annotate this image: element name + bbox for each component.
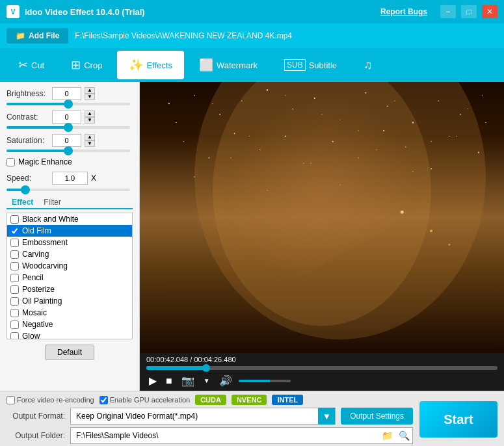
file-path-display: F:\Files\Sample Videos\AWAKENING NEW ZEA… bbox=[75, 31, 292, 40]
effect-embossment[interactable]: Embossment bbox=[7, 237, 132, 248]
gpu-acceleration-checkbox[interactable] bbox=[99, 396, 108, 404]
saturation-down[interactable]: ▼ bbox=[85, 140, 95, 147]
effect-oil-painting-label: Oil Painting bbox=[22, 296, 62, 306]
effect-negative[interactable]: Negative bbox=[7, 319, 132, 330]
speed-input[interactable] bbox=[52, 172, 88, 185]
output-settings-button[interactable]: Output Settings bbox=[341, 408, 413, 425]
effect-mosaic-checkbox[interactable] bbox=[10, 309, 19, 317]
filter-tab[interactable]: Filter bbox=[38, 196, 66, 208]
tab-cut[interactable]: ✂ Cut bbox=[7, 51, 56, 79]
contrast-thumb[interactable] bbox=[64, 123, 73, 132]
effect-old-film-checkbox[interactable] bbox=[10, 227, 19, 235]
brightness-down[interactable]: ▼ bbox=[85, 94, 95, 100]
speed-slider[interactable] bbox=[7, 189, 130, 191]
effect-woodcarving-checkbox[interactable] bbox=[10, 262, 19, 270]
cuda-badge[interactable]: CUDA bbox=[195, 395, 226, 405]
progress-bar[interactable] bbox=[146, 366, 497, 370]
speed-unit-label: X bbox=[91, 174, 96, 183]
speed-thumb[interactable] bbox=[21, 185, 30, 194]
brightness-up[interactable]: ▲ bbox=[85, 87, 95, 94]
brightness-input[interactable] bbox=[52, 87, 81, 100]
stop-button[interactable]: ■ bbox=[163, 374, 175, 388]
effect-embossment-checkbox[interactable] bbox=[10, 239, 19, 247]
svg-point-29 bbox=[401, 211, 404, 214]
saturation-input[interactable] bbox=[52, 134, 81, 147]
tab-watermark[interactable]: ⬜ Watermark bbox=[187, 51, 269, 79]
effect-posterize-checkbox[interactable] bbox=[10, 285, 19, 294]
tab-effects[interactable]: ✨ Effects bbox=[117, 51, 184, 79]
svg-point-13 bbox=[438, 100, 439, 101]
play-button[interactable]: ▶ bbox=[146, 373, 159, 388]
start-button[interactable]: Start bbox=[419, 401, 497, 438]
snapshot-dropdown[interactable]: ▼ bbox=[201, 376, 213, 386]
bottom-left: Force video re-encoding Enable GPU accel… bbox=[7, 395, 413, 444]
close-button[interactable]: ✕ bbox=[482, 5, 497, 18]
effect-pencil[interactable]: Pencil bbox=[7, 272, 132, 283]
effect-black-and-white-label: Black and White bbox=[22, 215, 79, 224]
contrast-input[interactable] bbox=[52, 111, 81, 124]
minimize-button[interactable]: − bbox=[440, 5, 456, 18]
tab-subtitle[interactable]: SUB Subtitle bbox=[272, 51, 349, 79]
progress-thumb[interactable] bbox=[202, 364, 210, 372]
gpu-acceleration-label[interactable]: Enable GPU acceleration bbox=[99, 396, 191, 404]
magic-enhance-checkbox[interactable] bbox=[7, 158, 15, 166]
browse-folder-button[interactable]: 📁 bbox=[378, 427, 395, 444]
saturation-spinner[interactable]: ▲ ▼ bbox=[85, 134, 95, 147]
effect-pencil-checkbox[interactable] bbox=[10, 274, 19, 282]
brightness-spinner[interactable]: ▲ ▼ bbox=[85, 87, 95, 100]
contrast-down[interactable]: ▼ bbox=[85, 117, 95, 124]
volume-icon[interactable]: 🔊 bbox=[217, 373, 235, 388]
report-bugs-link[interactable]: Report Bugs bbox=[380, 7, 427, 16]
effect-glow[interactable]: Glow bbox=[7, 330, 132, 339]
force-encoding-label[interactable]: Force video re-encoding bbox=[7, 396, 94, 404]
maximize-button[interactable]: □ bbox=[461, 5, 477, 18]
format-dropdown-button[interactable]: ▼ bbox=[318, 408, 335, 425]
effect-negative-checkbox[interactable] bbox=[10, 321, 19, 329]
effect-mosaic[interactable]: Mosaic bbox=[7, 307, 132, 319]
effect-tab[interactable]: Effect bbox=[7, 196, 38, 208]
effect-old-film[interactable]: Old Film bbox=[7, 225, 132, 237]
effect-carving[interactable]: Carving bbox=[7, 248, 132, 260]
effect-black-and-white-checkbox[interactable] bbox=[10, 215, 19, 224]
folder-row: Output Folder: F:\Files\Sample Videos\ 📁… bbox=[7, 427, 413, 444]
search-folder-button[interactable]: 🔍 bbox=[395, 427, 412, 444]
brightness-thumb[interactable] bbox=[64, 99, 73, 109]
svg-point-8 bbox=[314, 98, 315, 99]
force-encoding-checkbox[interactable] bbox=[7, 396, 15, 404]
effect-black-and-white[interactable]: Black and White bbox=[7, 213, 132, 225]
nvenc-badge[interactable]: NVENC bbox=[232, 395, 267, 405]
effect-oil-painting-checkbox[interactable] bbox=[10, 297, 19, 306]
brightness-slider-container bbox=[7, 103, 133, 105]
brightness-slider[interactable] bbox=[7, 103, 130, 105]
effect-carving-checkbox[interactable] bbox=[10, 250, 19, 259]
contrast-up[interactable]: ▲ bbox=[85, 111, 95, 117]
contrast-slider[interactable] bbox=[7, 126, 130, 129]
effect-woodcarving[interactable]: Woodcarving bbox=[7, 260, 132, 272]
contrast-slider-container bbox=[7, 126, 133, 129]
tab-crop[interactable]: ⊞ Crop bbox=[59, 51, 114, 79]
tab-crop-label: Crop bbox=[84, 60, 102, 70]
intel-badge[interactable]: INTEL bbox=[272, 395, 303, 405]
volume-slider[interactable] bbox=[239, 380, 291, 382]
effect-posterize[interactable]: Posterize bbox=[7, 283, 132, 295]
effect-glow-checkbox[interactable] bbox=[10, 332, 19, 340]
star-overlay bbox=[140, 82, 504, 353]
add-file-icon: 📁 bbox=[16, 31, 25, 40]
effects-icon: ✨ bbox=[129, 58, 143, 72]
default-button[interactable]: Default bbox=[45, 345, 94, 360]
app-icon: V bbox=[7, 5, 20, 18]
subtitle-icon: SUB bbox=[284, 59, 306, 71]
tab-music[interactable]: ♫ bbox=[352, 51, 384, 79]
svg-point-17 bbox=[208, 157, 209, 159]
contrast-spinner[interactable]: ▲ ▼ bbox=[85, 111, 95, 124]
format-select-container[interactable]: Keep Original Video Format(*.mp4) ▼ bbox=[70, 408, 336, 425]
snapshot-button[interactable]: 📷 bbox=[179, 373, 197, 388]
effect-posterize-label: Posterize bbox=[22, 285, 55, 294]
magic-enhance-row: Magic Enhance bbox=[7, 157, 133, 166]
saturation-slider[interactable] bbox=[7, 150, 130, 152]
saturation-up[interactable]: ▲ bbox=[85, 134, 95, 140]
svg-point-0 bbox=[194, 82, 486, 339]
add-file-button[interactable]: 📁 Add File bbox=[7, 28, 68, 44]
saturation-thumb[interactable] bbox=[64, 146, 73, 155]
effect-oil-painting[interactable]: Oil Painting bbox=[7, 295, 132, 307]
